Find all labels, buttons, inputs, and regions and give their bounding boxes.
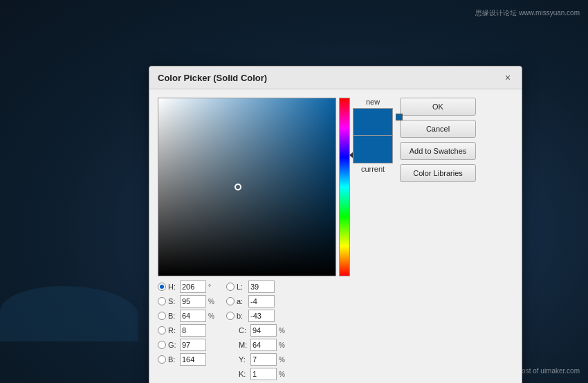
l-field-row: L: bbox=[226, 280, 286, 293]
hsb-rgb-group: H: ° S: % B: bbox=[158, 280, 215, 380]
s-unit: % bbox=[208, 298, 215, 305]
hue-slider-container bbox=[339, 98, 350, 276]
web-color-icon bbox=[396, 114, 405, 123]
g-label: G: bbox=[168, 341, 178, 349]
k-unit: % bbox=[279, 371, 286, 378]
k-label: K: bbox=[239, 370, 248, 378]
b-lab-input[interactable] bbox=[248, 310, 275, 322]
color-libraries-button[interactable]: Color Libraries bbox=[400, 164, 476, 182]
color-current-swatch[interactable] bbox=[353, 136, 393, 163]
g-input[interactable] bbox=[180, 339, 206, 351]
b-blue-radio[interactable] bbox=[158, 355, 166, 364]
m-label: M: bbox=[239, 341, 248, 349]
a-field-row: a: bbox=[226, 295, 286, 308]
h-label: H: bbox=[168, 283, 178, 291]
color-picker-dialog: Color Picker (Solid Color) × bbox=[149, 66, 522, 383]
s-field-row: S: % bbox=[158, 295, 215, 308]
dialog-body: new current bbox=[149, 89, 522, 383]
b-brightness-unit: % bbox=[208, 312, 215, 320]
current-label: current bbox=[361, 165, 385, 173]
fields-area: H: ° S: % B: bbox=[158, 280, 393, 380]
right-panel: OK Cancel Add to Swatches Color Librarie… bbox=[400, 98, 476, 380]
s-label: S: bbox=[168, 297, 178, 305]
m-field-row: M: % bbox=[226, 339, 286, 351]
b-brightness-label: B: bbox=[168, 312, 178, 320]
color-swatches bbox=[353, 108, 393, 163]
c-field-row: C: % bbox=[226, 324, 286, 337]
s-input[interactable] bbox=[180, 295, 206, 308]
b-blue-input[interactable] bbox=[180, 353, 206, 366]
b-lab-field-row: b: bbox=[226, 310, 286, 322]
b-brightness-input[interactable] bbox=[180, 310, 206, 322]
r-input[interactable] bbox=[180, 324, 206, 337]
ok-button[interactable]: OK bbox=[400, 98, 476, 116]
color-cursor bbox=[235, 184, 241, 190]
h-input[interactable] bbox=[180, 280, 206, 293]
h-field-row: H: ° bbox=[158, 280, 215, 293]
b-lab-radio[interactable] bbox=[226, 312, 235, 320]
r-label: R: bbox=[168, 326, 178, 335]
close-button[interactable]: × bbox=[502, 72, 513, 83]
a-input[interactable] bbox=[248, 295, 275, 308]
color-field-container: new current bbox=[158, 98, 393, 276]
b-blue-field-row: B: bbox=[158, 353, 215, 366]
k-field-row: K: % bbox=[226, 368, 286, 380]
c-unit: % bbox=[279, 327, 286, 335]
lab-cmyk-group: L: a: b: bbox=[226, 280, 286, 380]
y-label: Y: bbox=[239, 355, 248, 364]
l-input[interactable] bbox=[248, 280, 275, 293]
b-brightness-radio[interactable] bbox=[158, 312, 166, 320]
watermark-bottom: post of uimaker.com bbox=[518, 367, 580, 375]
l-label: L: bbox=[237, 283, 246, 291]
k-input[interactable] bbox=[250, 368, 277, 380]
g-field-row: G: bbox=[158, 339, 215, 351]
y-input[interactable] bbox=[250, 353, 277, 366]
y-field-row: Y: % bbox=[226, 353, 286, 366]
dialog-title: Color Picker (Solid Color) bbox=[158, 73, 267, 83]
a-label: a: bbox=[237, 297, 246, 305]
color-field[interactable] bbox=[158, 98, 336, 276]
l-radio[interactable] bbox=[226, 283, 235, 291]
b-lab-label: b: bbox=[237, 312, 246, 320]
cancel-button[interactable]: Cancel bbox=[400, 120, 476, 138]
m-unit: % bbox=[279, 341, 286, 349]
h-radio[interactable] bbox=[158, 283, 166, 291]
add-to-swatches-button[interactable]: Add to Swatches bbox=[400, 142, 476, 160]
c-label: C: bbox=[239, 326, 248, 335]
b-blue-label: B: bbox=[168, 355, 178, 364]
hue-slider[interactable] bbox=[339, 98, 350, 276]
r-field-row: R: bbox=[158, 324, 215, 337]
s-radio[interactable] bbox=[158, 297, 166, 305]
r-radio[interactable] bbox=[158, 326, 166, 335]
new-label: new bbox=[366, 98, 380, 106]
m-input[interactable] bbox=[250, 339, 277, 351]
watermark-top: 思缘设计论坛 www.missyuan.com bbox=[475, 8, 580, 18]
picker-section: new current bbox=[158, 98, 393, 380]
color-new-swatch[interactable] bbox=[353, 108, 393, 136]
h-unit: ° bbox=[208, 283, 215, 291]
y-unit: % bbox=[279, 356, 286, 364]
c-input[interactable] bbox=[250, 324, 277, 337]
b-brightness-field-row: B: % bbox=[158, 310, 215, 322]
a-radio[interactable] bbox=[226, 297, 235, 305]
g-radio[interactable] bbox=[158, 341, 166, 349]
dialog-titlebar: Color Picker (Solid Color) × bbox=[149, 66, 522, 89]
